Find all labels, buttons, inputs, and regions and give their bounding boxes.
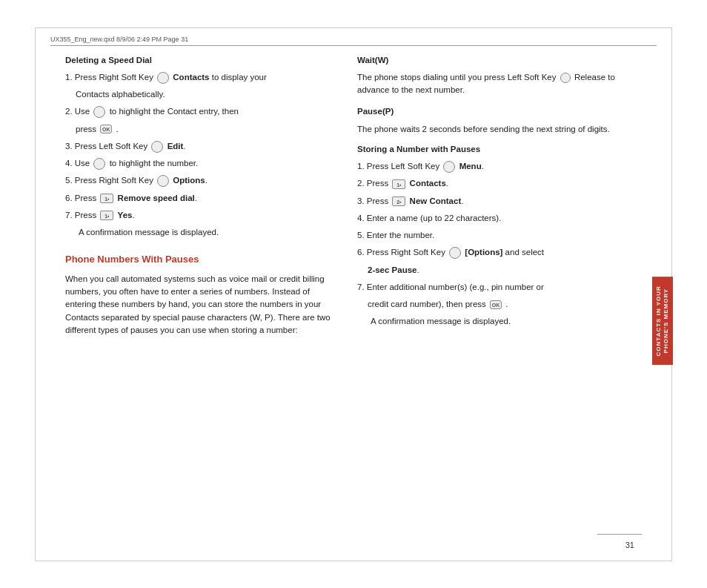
step-4: 4. Use to highlight the number. — [65, 157, 335, 170]
pauses-paragraph: When you call automated systems such as … — [65, 273, 335, 337]
ss2-bold: Contacts. — [410, 179, 448, 188]
page-number: 31 — [625, 541, 634, 549]
step-1-bold: Contacts to display your — [173, 73, 267, 82]
step-2: 2. Use to highlight the Contact entry, t… — [65, 105, 335, 118]
step-2-text: 2. Use — [65, 107, 92, 116]
step-3-bold: Edit. — [167, 142, 186, 151]
wait-text-block: The phone stops dialing until you press … — [357, 71, 627, 97]
step-1-num: 1. Press Right Soft Key — [65, 73, 156, 82]
ss6-end: . — [417, 265, 419, 274]
step-1-cont: Contacts alphabetically. — [76, 90, 165, 99]
ok-icon-2: OK — [100, 125, 112, 133]
ss7-cont: credit card number), then press — [368, 300, 488, 308]
wait-title: Wait(W) — [357, 54, 627, 67]
storing-step-4: 4. Enter a name (up to 22 characters). — [357, 212, 627, 225]
pause-text: The phone waits 2 seconds before sending… — [357, 123, 627, 136]
section2-title: Phone Numbers With Pauses — [65, 252, 335, 267]
step-7-text: 7. Press — [65, 211, 99, 219]
ss5-text: 5. Enter the number. — [357, 231, 434, 240]
storing-step-2: 2. Press 1▪ Contacts. — [357, 177, 627, 190]
content-area: Deleting a Speed Dial 1. Press Right Sof… — [65, 54, 627, 531]
nav-icon-4 — [93, 158, 105, 170]
storing-title: Storing a Number with Pauses — [357, 143, 627, 156]
ss2-text: 2. Press — [357, 179, 391, 188]
ss3-bold: New Contact. — [410, 196, 464, 205]
step-6-text: 6. Press — [65, 194, 99, 202]
step-7-bold: Yes. — [118, 211, 135, 219]
pause-title: Pause(P) — [357, 105, 627, 118]
step-1: 1. Press Right Soft Key Contacts to disp… — [65, 71, 335, 84]
ss6-text: 6. Press Right Soft Key — [357, 248, 448, 257]
key-icon-7: 1▪ — [100, 211, 113, 220]
right-column: Wait(W) The phone stops dialing until yo… — [357, 54, 627, 531]
step-4-cont: to highlight the number. — [110, 159, 199, 168]
step-2-press: press — [76, 125, 99, 133]
step-3-text: 3. Press Left Soft Key — [65, 142, 150, 151]
ss6-bold: [Options] and select — [465, 248, 544, 257]
ss1-bold: Menu. — [459, 162, 484, 171]
step-5-text: 5. Press Right Soft Key — [65, 176, 156, 185]
key-icon-s2: 1▪ — [392, 179, 405, 189]
wait-text-part1: The phone stops dialing until you press … — [357, 73, 557, 82]
right-soft-key-icon-1 — [157, 72, 169, 84]
nav-icon-2 — [93, 106, 105, 118]
step-4-text: 4. Use — [65, 159, 92, 168]
step-1-indent: Contacts alphabetically. — [65, 88, 335, 101]
bottom-divider — [597, 534, 642, 535]
ss3-text: 3. Press — [357, 196, 391, 205]
step-2-cont: to highlight the Contact entry, then — [110, 107, 239, 116]
step-6-bold: Remove speed dial. — [118, 194, 197, 202]
storing-step-3: 3. Press 2▪ New Contact. — [357, 195, 627, 208]
page-container: UX355_Eng_new.qxd 8/9/06 2:49 PM Page 31… — [0, 0, 707, 588]
right-soft-key-icon-5 — [157, 175, 169, 187]
left-soft-key-icon-s1 — [443, 161, 455, 173]
ss6-bold2: 2-sec Pause — [368, 265, 417, 274]
step-2-end: . — [116, 125, 119, 133]
step-5: 5. Press Right Soft Key Options. — [65, 174, 335, 187]
storing-step-6-indent: 2-sec Pause. — [357, 264, 627, 277]
side-tab-text: CONTACTS IN YOUR PHONE'S MEMORY — [655, 285, 669, 356]
header-bar: UX355_Eng_new.qxd 8/9/06 2:49 PM Page 31 — [50, 36, 657, 46]
left-column: Deleting a Speed Dial 1. Press Right Sof… — [65, 54, 335, 531]
ss7-text: 7. Enter additional number(s) (e.g., pin… — [357, 283, 544, 291]
step-6: 6. Press 1▪ Remove speed dial. — [65, 192, 335, 205]
left-soft-key-icon-3 — [151, 141, 163, 153]
section1-title: Deleting a Speed Dial — [65, 54, 335, 67]
key-icon-s3: 2▪ — [392, 196, 405, 206]
storing-step-1: 1. Press Left Soft Key Menu. — [357, 160, 627, 173]
page: UX355_Eng_new.qxd 8/9/06 2:49 PM Page 31… — [35, 27, 672, 561]
header-file-info: UX355_Eng_new.qxd 8/9/06 2:49 PM Page 31 — [50, 36, 188, 43]
ss4-text: 4. Enter a name (up to 22 characters). — [357, 214, 501, 222]
storing-step-7: 7. Enter additional number(s) (e.g., pin… — [357, 281, 627, 294]
right-soft-key-icon-s6 — [449, 247, 461, 259]
ok-icon-s7: OK — [490, 300, 502, 309]
side-tab: CONTACTS IN YOUR PHONE'S MEMORY — [652, 277, 673, 365]
key-icon-6: 1▪ — [100, 194, 113, 203]
confirmation-right: A confirmation message is displayed. — [357, 315, 627, 328]
storing-step-5: 5. Enter the number. — [357, 229, 627, 242]
left-soft-key-icon-wait — [560, 73, 571, 83]
storing-step-7-indent: credit card number), then press OK . — [357, 298, 627, 311]
confirmation-left: A confirmation message is displayed. — [65, 226, 335, 239]
storing-step-6: 6. Press Right Soft Key [Options] and se… — [357, 246, 627, 259]
step-5-bold: Options. — [173, 176, 208, 185]
step-2-indent: press OK . — [65, 123, 335, 136]
step-7: 7. Press 1▪ Yes. — [65, 209, 335, 222]
ss1-text: 1. Press Left Soft Key — [357, 162, 442, 171]
ss7-end: . — [505, 300, 508, 308]
step-3: 3. Press Left Soft Key Edit. — [65, 140, 335, 153]
